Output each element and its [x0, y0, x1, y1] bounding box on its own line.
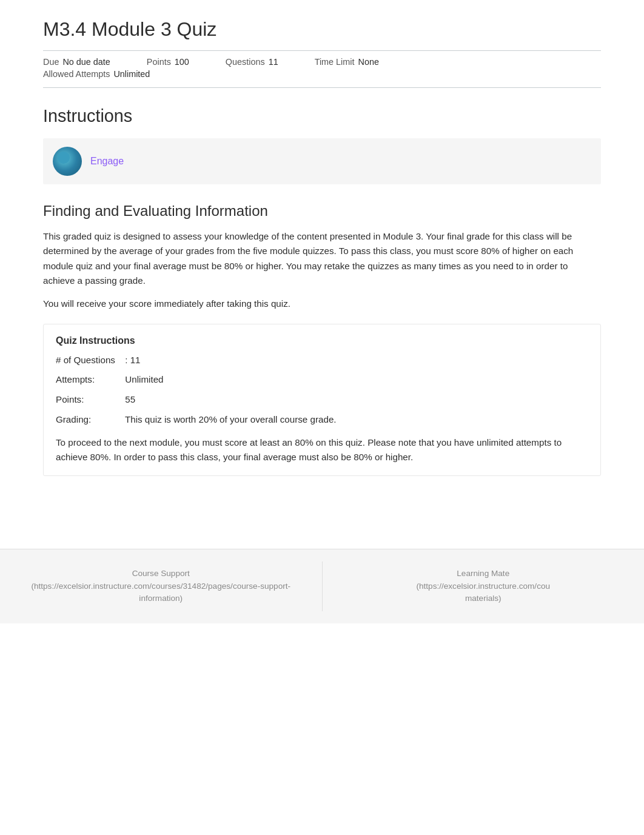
content-paragraph-1: This graded quiz is designed to assess y…: [43, 229, 601, 288]
footer-col-2: Learning Mate(https://excelsior.instruct…: [323, 562, 645, 611]
quiz-instructions-box: Quiz Instructions # of Questions : 11 At…: [43, 324, 601, 477]
engage-link[interactable]: Engage: [90, 156, 124, 167]
points-item: Points 100: [147, 57, 189, 67]
qi-points-value: 55: [125, 394, 135, 404]
engage-box: Engage: [43, 138, 601, 184]
due-label: Due: [43, 57, 59, 67]
meta-row-2: Allowed Attempts Unlimited: [43, 69, 601, 81]
questions-label: Questions: [226, 57, 265, 67]
time-limit-value: None: [358, 57, 378, 67]
allowed-attempts-label: Allowed Attempts: [43, 69, 110, 79]
questions-value: 11: [269, 57, 278, 67]
allowed-attempts-value: Unlimited: [113, 69, 150, 79]
qi-num-questions-label: # of Questions: [56, 354, 122, 367]
engage-avatar: [53, 147, 82, 176]
qi-points-row: Points: 55: [56, 393, 588, 407]
quiz-title: M3.4 Module 3 Quiz: [43, 18, 601, 41]
qi-grading-row: Grading: This quiz is worth 20% of your …: [56, 413, 588, 427]
time-limit-label: Time Limit: [315, 57, 355, 67]
due-item: Due No due date: [43, 57, 110, 67]
allowed-attempts-item: Allowed Attempts Unlimited: [43, 69, 150, 79]
quiz-meta-bar: Due No due date Points 100 Questions 11 …: [43, 50, 601, 88]
due-value: No due date: [62, 57, 110, 67]
footer-link-2[interactable]: Learning Mate(https://excelsior.instruct…: [335, 568, 632, 605]
content-heading: Finding and Evaluating Information: [43, 203, 601, 220]
points-label: Points: [147, 57, 171, 67]
qi-attempts-value: Unlimited: [125, 374, 163, 384]
qi-grading-label: Grading:: [56, 413, 122, 427]
instructions-heading: Instructions: [43, 106, 601, 126]
time-limit-item: Time Limit None: [315, 57, 379, 67]
footer-bar: Course Support(https://excelsior.instruc…: [0, 549, 644, 623]
qi-points-label: Points:: [56, 393, 122, 407]
qi-grading-value: This quiz is worth 20% of your overall c…: [125, 414, 337, 424]
footer-link-1[interactable]: Course Support(https://excelsior.instruc…: [12, 568, 310, 605]
qi-proceed-text: To proceed to the next module, you must …: [56, 435, 588, 465]
qi-attempts-label: Attempts:: [56, 373, 122, 387]
content-paragraph-2: You will receive your score immediately …: [43, 297, 601, 311]
questions-item: Questions 11: [226, 57, 278, 67]
qi-num-questions-value: : 11: [125, 355, 140, 365]
qi-attempts-row: Attempts: Unlimited: [56, 373, 588, 387]
meta-row-1: Due No due date Points 100 Questions 11 …: [43, 57, 601, 69]
points-value: 100: [175, 57, 189, 67]
footer-col-1: Course Support(https://excelsior.instruc…: [0, 562, 323, 611]
qi-num-questions-row: # of Questions : 11: [56, 354, 588, 367]
qi-title: Quiz Instructions: [56, 335, 588, 346]
